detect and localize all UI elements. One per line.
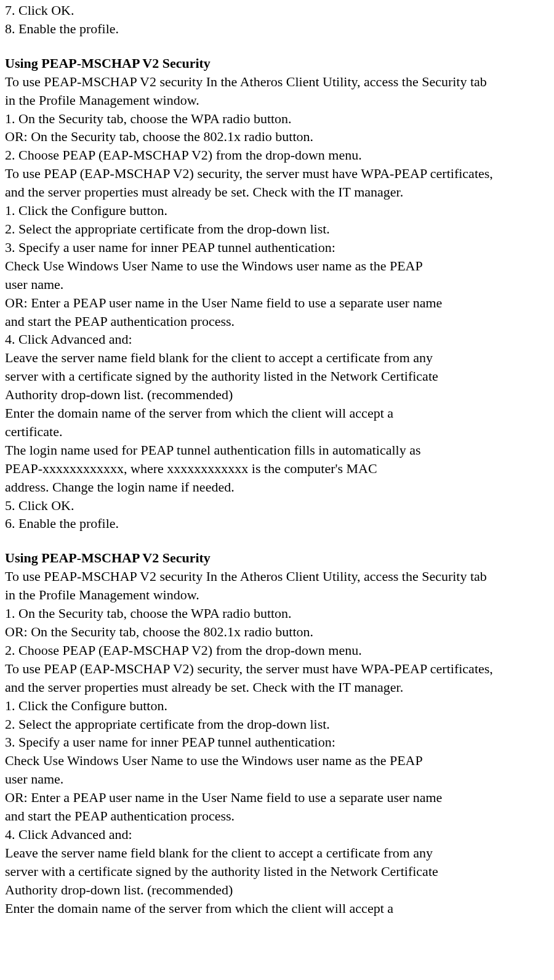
section-heading: Using PEAP-MSCHAP V2 Security: [5, 54, 549, 73]
body-line: server with a certificate signed by the …: [5, 367, 549, 386]
body-line: OR: On the Security tab, choose the 802.…: [5, 128, 549, 146]
body-line: in the Profile Management window.: [5, 586, 549, 604]
body-line: OR: Enter a PEAP user name in the User N…: [5, 294, 549, 312]
blank-line: [5, 533, 549, 549]
body-line: and the server properties must already b…: [5, 678, 549, 697]
body-line: 1. On the Security tab, choose the WPA r…: [5, 604, 549, 623]
body-line: OR: On the Security tab, choose the 802.…: [5, 623, 549, 641]
body-line: To use PEAP (EAP-MSCHAP V2) security, th…: [5, 164, 549, 183]
body-line: 2. Select the appropriate certificate fr…: [5, 220, 549, 238]
body-line: Check Use Windows User Name to use the W…: [5, 751, 549, 770]
body-line: To use PEAP-MSCHAP V2 security In the At…: [5, 567, 549, 586]
body-line: 3. Specify a user name for inner PEAP tu…: [5, 733, 549, 751]
body-line: 6. Enable the profile.: [5, 514, 549, 533]
body-line: Authority drop-down list. (recommended): [5, 386, 549, 404]
body-line: 5. Click OK.: [5, 496, 549, 515]
body-line: 2. Choose PEAP (EAP-MSCHAP V2) from the …: [5, 146, 549, 164]
blank-line: [5, 38, 549, 54]
body-line: certificate.: [5, 423, 549, 441]
body-line: Enter the domain name of the server from…: [5, 899, 549, 918]
body-line: 8. Enable the profile.: [5, 20, 549, 38]
body-line: 1. Click the Configure button.: [5, 201, 549, 220]
body-line: OR: Enter a PEAP user name in the User N…: [5, 788, 549, 807]
body-line: Check Use Windows User Name to use the W…: [5, 257, 549, 275]
body-line: user name.: [5, 770, 549, 788]
body-line: 1. Click the Configure button.: [5, 697, 549, 715]
document-page: 7. Click OK. 8. Enable the profile. Usin…: [0, 0, 554, 980]
body-line: address. Change the login name if needed…: [5, 478, 549, 496]
body-line: user name.: [5, 275, 549, 294]
body-line: Leave the server name field blank for th…: [5, 844, 549, 862]
body-line: in the Profile Management window.: [5, 91, 549, 110]
body-line: server with a certificate signed by the …: [5, 862, 549, 881]
body-line: 2. Choose PEAP (EAP-MSCHAP V2) from the …: [5, 641, 549, 660]
section-heading: Using PEAP-MSCHAP V2 Security: [5, 549, 549, 567]
body-line: 1. On the Security tab, choose the WPA r…: [5, 110, 549, 128]
body-line: 4. Click Advanced and:: [5, 330, 549, 349]
body-line: and start the PEAP authentication proces…: [5, 807, 549, 825]
body-line: 7. Click OK.: [5, 1, 549, 20]
body-line: 3. Specify a user name for inner PEAP tu…: [5, 238, 549, 257]
body-line: 2. Select the appropriate certificate fr…: [5, 715, 549, 734]
body-line: To use PEAP-MSCHAP V2 security In the At…: [5, 73, 549, 91]
body-line: 4. Click Advanced and:: [5, 825, 549, 844]
body-line: PEAP-xxxxxxxxxxxx, where xxxxxxxxxxxx is…: [5, 460, 549, 478]
body-line: and start the PEAP authentication proces…: [5, 312, 549, 331]
body-line: The login name used for PEAP tunnel auth…: [5, 441, 549, 460]
body-line: To use PEAP (EAP-MSCHAP V2) security, th…: [5, 660, 549, 678]
body-line: Leave the server name field blank for th…: [5, 349, 549, 367]
body-line: and the server properties must already b…: [5, 183, 549, 201]
body-line: Authority drop-down list. (recommended): [5, 881, 549, 899]
body-line: Enter the domain name of the server from…: [5, 404, 549, 423]
